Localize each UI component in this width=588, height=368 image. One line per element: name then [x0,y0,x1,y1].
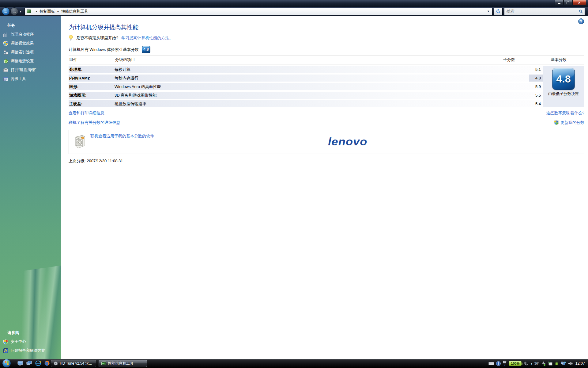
breadcrumb-performance-tools[interactable]: 性能信息和工具 [61,9,88,14]
software-box-icon [74,134,86,149]
history-dropdown-icon[interactable]: ▼ [19,10,22,13]
tray-help-icon[interactable]: ? [496,361,501,366]
base-score-badge-large: 4.8 [552,68,575,90]
subscore-cell: 5.1 [529,66,543,73]
refresh-button[interactable] [494,8,503,15]
internet-explorer-icon[interactable] [35,360,41,366]
sidebar-item-advanced-tools[interactable]: 高级工具 [0,75,61,83]
breadcrumb-control-panel[interactable]: 控制面板 [40,9,55,14]
keyboard-tray-icon[interactable] [488,362,494,365]
tasks-header: 任务 [0,16,61,30]
help-icon[interactable]: ? [578,18,584,24]
sidebar-item-label: 高级工具 [11,76,26,82]
start-button[interactable] [2,359,11,368]
forward-button[interactable]: → [10,7,18,15]
svg-text:?: ? [498,362,499,365]
windows-logo-icon [5,361,9,366]
firefox-icon[interactable] [44,360,50,366]
control-panel-icon [27,10,31,13]
sidebar-item-label: 问题报告和解决方案 [11,348,45,353]
update-my-score-link[interactable]: 更新我的分数 [560,120,584,125]
sidebar-item-power-settings[interactable]: 调整电源设置 [0,57,61,66]
volume-tray-icon[interactable] [568,362,573,366]
rated-item-cell: 3D 商务和游戏图形性能 [115,93,529,98]
sidebar-item-problem-reports[interactable]: 问题报告和解决方案 [0,346,61,355]
minimize-button[interactable] [555,0,564,5]
sidebar-item-visual-effects[interactable]: 调整视觉效果 [0,39,61,48]
network-tray-icon[interactable] [561,361,566,366]
rated-item-cell: 每秒内存运行 [115,75,529,81]
power-status-icon[interactable] [555,361,559,366]
score-line-text: 计算机具有 Windows 体验索引基本分数 [69,47,139,52]
taskbar-button-hdtune[interactable]: HD Tune v2.54 汉... [51,360,96,367]
rated-item-cell: 磁盘数据传输速率 [115,101,529,107]
language-dropdown-icon: ▼ [504,364,506,366]
taskbar-clock[interactable]: 12:07 [575,361,587,366]
sidebar-item-label: 调整电源设置 [11,59,34,64]
links-row-2: 联机了解有关分数的详细信息 更新我的分数 [69,120,584,125]
close-button[interactable]: × [572,0,586,5]
taskbar-button-label: HD Tune v2.54 汉... [60,361,92,366]
sidebar-item-security-center[interactable]: 安全中心 [0,337,61,346]
learn-ways-link[interactable]: 学习提高计算机性能的方法。 [121,35,173,41]
hint-row: 是否不确定从哪里开始? 学习提高计算机性能的方法。 [69,35,173,41]
learn-scores-online-link[interactable]: 联机了解有关分数的详细信息 [69,120,120,125]
view-software-online-link[interactable]: 联机查看适用于我的基本分数的软件 [90,133,154,139]
table-row-processor: 处理器: 每秒计算 5.1 [69,66,543,73]
see-also-section: 请参阅 安全中心 问题报告和解决方案 [0,330,61,355]
component-cell: 游戏图形: [69,93,115,98]
system-tray: ? ▼ 100% ‹ 36° [488,359,587,368]
window-titlebar: × [0,0,588,7]
power-plug-icon[interactable] [524,361,529,366]
temperature-indicator[interactable]: 36° [534,362,539,365]
subscore-cell: 5.9 [529,83,543,90]
restore-button[interactable] [564,0,572,5]
column-header-rated-item: 分级的项目 [115,57,497,63]
search-icon[interactable] [579,10,583,13]
sidebar-item-manage-startup[interactable]: 管理启动程序 [0,30,61,39]
battery-indicator[interactable]: 100% [509,361,522,366]
rated-item-cell: Windows Aero 的桌面性能 [115,84,529,90]
page-title: 为计算机分级并提高其性能 [69,23,138,31]
hdtune-tray-icon[interactable] [548,361,552,366]
tray-collapse-icon[interactable]: ‹ [531,361,532,366]
switch-windows-icon[interactable] [26,360,32,366]
quick-launch [17,360,50,366]
table-row-primary-disk: 主硬盘: 磁盘数据传输速率 5.4 [69,100,543,107]
component-cell: 主硬盘: [69,101,115,107]
table-row-memory: 内存(RAM): 每秒内存运行 4.8 [69,75,543,82]
sidebar-item-label: 安全中心 [11,339,26,344]
disk-cleanup-icon [3,67,8,73]
sidebar-item-indexing-options[interactable]: 调整索引选项 [0,48,61,57]
base-score-caption: 由最低子分数决定 [548,92,579,97]
subscore-cell: 5.4 [529,100,543,107]
hint-question: 是否不确定从哪里开始? [76,35,118,41]
sidebar-item-label: 调整索引选项 [11,50,34,55]
see-also-header: 请参阅 [0,330,61,337]
component-cell: 处理器: [69,67,115,72]
desktop: × ← → ▼ ▸ 控制面板 ▸ 性能信息和工具 ▼ [0,0,588,368]
power-settings-icon [3,59,8,64]
taskbar-button-performance-tools[interactable]: 性能信息和工具 [99,360,147,367]
sidebar-item-disk-cleanup[interactable]: 打开“磁盘清理” [0,66,61,75]
navigation-bar: ← → ▼ ▸ 控制面板 ▸ 性能信息和工具 ▼ [0,7,588,16]
minimize-icon [558,3,560,4]
what-numbers-mean-link[interactable]: 这些数字意味着什么? [546,110,584,116]
startup-programs-icon [3,32,8,37]
sidebar-item-label: 调整视觉效果 [11,41,34,46]
last-rated-timestamp: 上次分级: 2007/12/30 11:08:31 [69,158,123,164]
safely-remove-hardware-icon[interactable] [541,361,546,366]
back-button[interactable]: ← [2,7,10,15]
taskbar: HD Tune v2.54 汉... 性能信息和工具 ? ▼ 100% ‹ 36… [0,359,588,368]
address-bar[interactable]: ▸ 控制面板 ▸ 性能信息和工具 ▼ [24,8,492,15]
language-bar-icon[interactable]: ▼ [503,361,507,366]
address-dropdown-icon[interactable]: ▼ [487,10,490,13]
column-header-component: 组件 [69,57,115,63]
show-desktop-icon[interactable] [17,360,23,366]
window-controls: × [555,0,586,5]
hdtune-app-icon [54,361,58,366]
search-input[interactable] [506,9,579,13]
base-score-badge-small: 4.8 [142,46,150,53]
links-row-1: 查看和打印详细信息 这些数字意味着什么? [69,110,584,116]
view-print-details-link[interactable]: 查看和打印详细信息 [69,110,104,116]
